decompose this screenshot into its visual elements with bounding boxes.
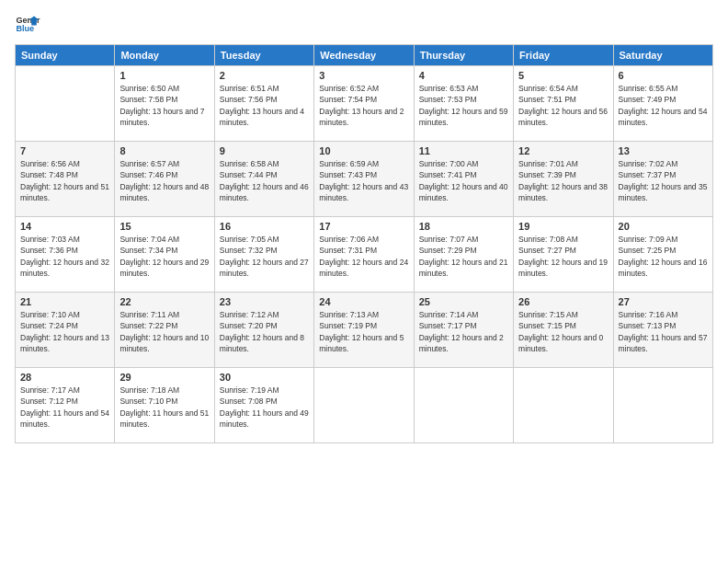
day-number: 15 [119, 221, 209, 232]
calendar-cell: 13Sunrise: 7:02 AMSunset: 7:37 PMDayligh… [613, 142, 712, 217]
calendar-cell: 7Sunrise: 6:56 AMSunset: 7:48 PMDaylight… [16, 142, 115, 217]
day-info: Sunrise: 7:15 AMSunset: 7:15 PMDaylight:… [518, 309, 608, 354]
calendar-cell: 26Sunrise: 7:15 AMSunset: 7:15 PMDayligh… [514, 293, 613, 368]
day-info: Sunrise: 6:53 AMSunset: 7:53 PMDaylight:… [419, 83, 508, 128]
day-number: 28 [20, 372, 109, 383]
calendar-cell: 15Sunrise: 7:04 AMSunset: 7:34 PMDayligh… [115, 217, 214, 293]
calendar-cell: 23Sunrise: 7:12 AMSunset: 7:20 PMDayligh… [214, 293, 313, 368]
weekday-header-tuesday: Tuesday [214, 45, 313, 66]
day-number: 11 [419, 145, 508, 156]
day-info: Sunrise: 6:55 AMSunset: 7:49 PMDaylight:… [619, 83, 708, 128]
calendar-cell: 14Sunrise: 7:03 AMSunset: 7:36 PMDayligh… [16, 217, 115, 293]
day-info: Sunrise: 7:09 AMSunset: 7:25 PMDaylight:… [619, 234, 708, 279]
day-info: Sunrise: 7:07 AMSunset: 7:29 PMDaylight:… [419, 234, 508, 279]
calendar-cell: 6Sunrise: 6:55 AMSunset: 7:49 PMDaylight… [613, 66, 712, 142]
day-info: Sunrise: 7:06 AMSunset: 7:31 PMDaylight:… [319, 234, 408, 279]
calendar-cell [414, 368, 513, 443]
day-info: Sunrise: 7:10 AMSunset: 7:24 PMDaylight:… [20, 309, 109, 354]
day-info: Sunrise: 6:58 AMSunset: 7:44 PMDaylight:… [220, 158, 309, 203]
calendar-cell: 12Sunrise: 7:01 AMSunset: 7:39 PMDayligh… [514, 142, 613, 217]
day-number: 21 [20, 296, 109, 307]
day-number: 19 [518, 221, 608, 232]
day-number: 2 [220, 70, 309, 81]
day-number: 29 [119, 372, 209, 383]
calendar-cell: 27Sunrise: 7:16 AMSunset: 7:13 PMDayligh… [613, 293, 712, 368]
day-info: Sunrise: 6:50 AMSunset: 7:58 PMDaylight:… [119, 83, 209, 128]
day-number: 8 [119, 145, 209, 156]
weekday-header-friday: Friday [514, 45, 613, 66]
calendar-cell: 24Sunrise: 7:13 AMSunset: 7:19 PMDayligh… [314, 293, 414, 368]
page: General Blue SundayMondayTuesdayWednesda… [0, 0, 728, 563]
calendar-table: SundayMondayTuesdayWednesdayThursdayFrid… [15, 44, 713, 443]
day-info: Sunrise: 7:12 AMSunset: 7:20 PMDaylight:… [220, 309, 309, 354]
calendar-week-row: 28Sunrise: 7:17 AMSunset: 7:12 PMDayligh… [16, 368, 713, 443]
calendar-cell [314, 368, 414, 443]
calendar-cell: 9Sunrise: 6:58 AMSunset: 7:44 PMDaylight… [214, 142, 313, 217]
day-info: Sunrise: 7:05 AMSunset: 7:32 PMDaylight:… [220, 234, 309, 279]
day-info: Sunrise: 7:14 AMSunset: 7:17 PMDaylight:… [419, 309, 508, 354]
calendar-cell [16, 66, 115, 142]
day-info: Sunrise: 7:01 AMSunset: 7:39 PMDaylight:… [518, 158, 608, 203]
day-info: Sunrise: 6:57 AMSunset: 7:46 PMDaylight:… [119, 158, 209, 203]
calendar-cell [514, 368, 613, 443]
day-info: Sunrise: 6:51 AMSunset: 7:56 PMDaylight:… [220, 83, 309, 128]
calendar-cell: 1Sunrise: 6:50 AMSunset: 7:58 PMDaylight… [115, 66, 214, 142]
day-info: Sunrise: 6:56 AMSunset: 7:48 PMDaylight:… [20, 158, 109, 203]
calendar-cell: 16Sunrise: 7:05 AMSunset: 7:32 PMDayligh… [214, 217, 313, 293]
day-number: 24 [319, 296, 408, 307]
calendar-cell: 11Sunrise: 7:00 AMSunset: 7:41 PMDayligh… [414, 142, 513, 217]
calendar-cell: 4Sunrise: 6:53 AMSunset: 7:53 PMDaylight… [414, 66, 513, 142]
day-info: Sunrise: 7:00 AMSunset: 7:41 PMDaylight:… [419, 158, 508, 203]
day-info: Sunrise: 7:04 AMSunset: 7:34 PMDaylight:… [119, 234, 209, 279]
day-number: 30 [220, 372, 309, 383]
calendar-cell: 18Sunrise: 7:07 AMSunset: 7:29 PMDayligh… [414, 217, 513, 293]
day-number: 10 [319, 145, 408, 156]
logo: General Blue [15, 11, 40, 37]
header: General Blue [15, 11, 713, 37]
weekday-header-thursday: Thursday [414, 45, 513, 66]
day-number: 5 [518, 70, 608, 81]
day-info: Sunrise: 7:02 AMSunset: 7:37 PMDaylight:… [619, 158, 708, 203]
day-number: 12 [518, 145, 608, 156]
day-number: 14 [20, 221, 109, 232]
calendar-cell: 17Sunrise: 7:06 AMSunset: 7:31 PMDayligh… [314, 217, 414, 293]
day-number: 9 [220, 145, 309, 156]
day-info: Sunrise: 6:59 AMSunset: 7:43 PMDaylight:… [319, 158, 408, 203]
day-info: Sunrise: 7:18 AMSunset: 7:10 PMDaylight:… [119, 385, 209, 430]
calendar-cell [613, 368, 712, 443]
calendar-cell: 3Sunrise: 6:52 AMSunset: 7:54 PMDaylight… [314, 66, 414, 142]
day-number: 25 [419, 296, 508, 307]
weekday-header-wednesday: Wednesday [314, 45, 414, 66]
calendar-cell: 10Sunrise: 6:59 AMSunset: 7:43 PMDayligh… [314, 142, 414, 217]
calendar-cell: 2Sunrise: 6:51 AMSunset: 7:56 PMDaylight… [214, 66, 313, 142]
calendar-cell: 21Sunrise: 7:10 AMSunset: 7:24 PMDayligh… [16, 293, 115, 368]
day-number: 17 [319, 221, 408, 232]
day-info: Sunrise: 7:19 AMSunset: 7:08 PMDaylight:… [220, 385, 309, 430]
day-number: 1 [119, 70, 209, 81]
calendar-cell: 28Sunrise: 7:17 AMSunset: 7:12 PMDayligh… [16, 368, 115, 443]
day-info: Sunrise: 7:03 AMSunset: 7:36 PMDaylight:… [20, 234, 109, 279]
calendar-cell: 22Sunrise: 7:11 AMSunset: 7:22 PMDayligh… [115, 293, 214, 368]
weekday-header-row: SundayMondayTuesdayWednesdayThursdayFrid… [16, 45, 713, 66]
weekday-header-saturday: Saturday [613, 45, 712, 66]
calendar-cell: 5Sunrise: 6:54 AMSunset: 7:51 PMDaylight… [514, 66, 613, 142]
day-number: 7 [20, 145, 109, 156]
day-number: 3 [319, 70, 408, 81]
calendar-week-row: 21Sunrise: 7:10 AMSunset: 7:24 PMDayligh… [16, 293, 713, 368]
day-number: 22 [119, 296, 209, 307]
calendar-cell: 8Sunrise: 6:57 AMSunset: 7:46 PMDaylight… [115, 142, 214, 217]
weekday-header-sunday: Sunday [16, 45, 115, 66]
svg-text:Blue: Blue [16, 24, 34, 33]
day-number: 18 [419, 221, 508, 232]
calendar-week-row: 14Sunrise: 7:03 AMSunset: 7:36 PMDayligh… [16, 217, 713, 293]
calendar-cell: 20Sunrise: 7:09 AMSunset: 7:25 PMDayligh… [613, 217, 712, 293]
calendar-week-row: 7Sunrise: 6:56 AMSunset: 7:48 PMDaylight… [16, 142, 713, 217]
day-info: Sunrise: 6:52 AMSunset: 7:54 PMDaylight:… [319, 83, 408, 128]
calendar-week-row: 1Sunrise: 6:50 AMSunset: 7:58 PMDaylight… [16, 66, 713, 142]
calendar-cell: 30Sunrise: 7:19 AMSunset: 7:08 PMDayligh… [214, 368, 313, 443]
logo-icon: General Blue [15, 11, 40, 37]
calendar-cell: 25Sunrise: 7:14 AMSunset: 7:17 PMDayligh… [414, 293, 513, 368]
calendar-cell: 29Sunrise: 7:18 AMSunset: 7:10 PMDayligh… [115, 368, 214, 443]
day-number: 4 [419, 70, 508, 81]
day-info: Sunrise: 7:16 AMSunset: 7:13 PMDaylight:… [619, 309, 708, 354]
